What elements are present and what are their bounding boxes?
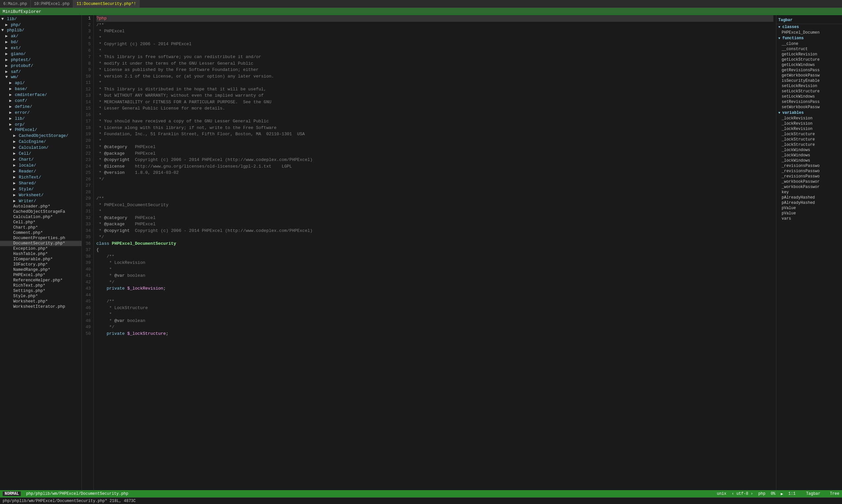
tree-item[interactable]: ▶ CachedObjectStorage/ [0, 132, 82, 139]
tagbar-section-classes[interactable]: classes [776, 24, 842, 30]
tagbar-item[interactable]: pAlreadyHashed [776, 200, 842, 205]
tree-item[interactable]: ▶ base/ [0, 86, 82, 92]
tab-document-security[interactable]: 11:DocumentSecurity.php*! [73, 0, 140, 7]
tree-item[interactable]: ▶ locale/ [0, 162, 82, 168]
tagbar-item[interactable]: _workbookPasswor [776, 184, 842, 190]
tagbar-item[interactable]: getRevisionsPass [776, 68, 842, 73]
tagbar-item[interactable]: setLockStructure [776, 89, 842, 94]
tree-item[interactable]: CachedObjectStorageFa [0, 209, 82, 214]
tree-item[interactable]: DocumentProperties.ph [0, 235, 82, 241]
tree-item[interactable]: Calculation.php* [0, 214, 82, 220]
tree-item[interactable]: PHPExcel.php* [0, 272, 82, 278]
line-number: 47 [85, 311, 91, 318]
tagbar-item[interactable]: key [776, 190, 842, 195]
tree-item[interactable]: ReferenceHelper.php* [0, 278, 82, 283]
tree-item[interactable]: IOFactory.php* [0, 262, 82, 267]
tagbar-item[interactable]: _lockStructure [776, 132, 842, 137]
tab-main-php[interactable]: 6:Main.php [0, 0, 31, 7]
tagbar-item[interactable]: setRevisionsPass [776, 99, 842, 105]
tab-phpexcel-php[interactable]: 10:PHPExcel.php [31, 0, 73, 7]
tagbar-item[interactable]: setLockWindows [776, 94, 842, 99]
tree-item[interactable]: ▶ Shared/ [0, 180, 82, 186]
tagbar-item[interactable]: __construct [776, 47, 842, 52]
tree-item[interactable]: Worksheet.php* [0, 299, 82, 304]
tree-item[interactable]: ▶ define/ [0, 104, 82, 109]
tree-item[interactable]: NamedRange.php* [0, 267, 82, 272]
tagbar-item[interactable]: pValue [776, 211, 842, 216]
tree-item[interactable]: IComparable.php* [0, 257, 82, 262]
tagbar-item[interactable]: getLockRevision [776, 52, 842, 57]
tree-item[interactable]: ▶ Chart/ [0, 156, 82, 162]
tagbar-item[interactable]: _lockStructure [776, 137, 842, 142]
tree-item[interactable]: Comment.php* [0, 230, 82, 235]
tagbar-item[interactable]: __clone [776, 41, 842, 47]
tree-item[interactable]: ▶ Calculation/ [0, 144, 82, 150]
tree-item[interactable]: Style.php* [0, 293, 82, 299]
file-tree[interactable]: ▼ lib/▶ php/▼ phplib/▶ ak/▶ bd/▶ ext/▶ g… [0, 15, 82, 490]
tree-item[interactable]: HashTable.php* [0, 251, 82, 257]
tree-item[interactable]: ▶ api/ [0, 80, 82, 86]
tagbar-item[interactable]: _lockRevision [776, 126, 842, 132]
tagbar[interactable]: TagbarclassesPHPExcel_Documenfunctions__… [776, 15, 842, 490]
tree-item[interactable]: ▼ phplib/ [0, 28, 82, 33]
tree-item[interactable]: ▶ Worksheet/ [0, 192, 82, 198]
tree-item[interactable]: Chart.php* [0, 225, 82, 230]
tree-item[interactable]: ▶ ak/ [0, 33, 82, 39]
tree-item[interactable]: ▶ saf/ [0, 69, 82, 74]
code-line: * [96, 311, 773, 318]
code-line: * This library is free software; you can… [96, 54, 773, 60]
tree-item[interactable]: ▶ giano/ [0, 51, 82, 57]
tree-item[interactable]: ▶ protobuf/ [0, 63, 82, 69]
tagbar-item[interactable]: getLockStructure [776, 57, 842, 62]
tree-item[interactable]: ▼ wm/ [0, 74, 82, 80]
tree-item[interactable]: ▶ Style/ [0, 186, 82, 192]
tagbar-item[interactable]: _lockWindows [776, 147, 842, 153]
tagbar-item[interactable]: getLockWindows [776, 62, 842, 68]
tree-item[interactable]: ▶ Cell/ [0, 150, 82, 156]
tree-item[interactable]: ▶ lib/ [0, 115, 82, 121]
tagbar-item[interactable]: _revisionsPasswo [776, 174, 842, 179]
tagbar-item[interactable]: _lockRevision [776, 116, 842, 121]
tree-item[interactable]: DocumentSecurity.php* [0, 241, 82, 246]
tree-item[interactable]: Cell.php* [0, 220, 82, 225]
tree-item[interactable]: ▶ ext/ [0, 45, 82, 51]
tree-item[interactable]: Autoloader.php* [0, 204, 82, 209]
tree-item[interactable]: ▶ CalcEngine/ [0, 139, 82, 144]
status-left: NORMAL php/phplib/wm/PHPExcel/DocumentSe… [3, 491, 128, 496]
tree-item[interactable]: ▶ conf/ [0, 97, 82, 104]
tagbar-item[interactable]: _workbookPasswor [776, 179, 842, 184]
tagbar-item[interactable]: setLockRevision [776, 84, 842, 89]
tagbar-item[interactable]: _lockWindows [776, 153, 842, 158]
tree-item[interactable]: Settings.php* [0, 288, 82, 293]
tagbar-section-functions[interactable]: functions [776, 35, 842, 41]
tree-item[interactable]: ▶ php/ [0, 22, 82, 28]
tree-item[interactable]: ▶ Writer/ [0, 198, 82, 204]
tree-item[interactable]: Exception.php* [0, 246, 82, 251]
tree-item[interactable]: ▶ RichText/ [0, 174, 82, 180]
tagbar-item[interactable]: _revisionsPasswo [776, 168, 842, 174]
tagbar-item[interactable]: pAlreadyHashed [776, 195, 842, 200]
tree-item[interactable]: ▼ PHPExcel/ [0, 127, 82, 132]
code-container[interactable]: 1234567891011121314151617181920212223242… [82, 15, 776, 490]
tagbar-item[interactable]: _lockStructure [776, 142, 842, 147]
tree-item[interactable]: ▶ bd/ [0, 39, 82, 45]
tree-item[interactable]: ▶ orp/ [0, 121, 82, 127]
tagbar-item[interactable]: setWorkbookPassw [776, 105, 842, 110]
tree-item[interactable]: ▶ phptest/ [0, 57, 82, 63]
tagbar-item[interactable]: getWorkbookPassw [776, 73, 842, 78]
tagbar-item[interactable]: _lockRevision [776, 121, 842, 126]
line-number: 27 [85, 182, 91, 189]
tree-item[interactable]: ▼ lib/ [0, 17, 82, 22]
tree-item[interactable]: RichText.php* [0, 283, 82, 288]
tree-item[interactable]: ▶ error/ [0, 109, 82, 115]
tree-item[interactable]: WorksheetIterator.php [0, 304, 82, 309]
tree-item[interactable]: ▶ Reader/ [0, 168, 82, 174]
tagbar-item[interactable]: _revisionsPasswo [776, 163, 842, 168]
tagbar-item[interactable]: isSecurityEnable [776, 78, 842, 84]
tagbar-item[interactable]: PHPExcel_Documen [776, 30, 842, 35]
tagbar-item[interactable]: vars [776, 216, 842, 221]
tagbar-item[interactable]: pValue [776, 205, 842, 211]
tagbar-item[interactable]: _lockWindows [776, 158, 842, 163]
tagbar-section-variables[interactable]: variables [776, 110, 842, 116]
tree-item[interactable]: ▶ cmdinterface/ [0, 92, 82, 97]
